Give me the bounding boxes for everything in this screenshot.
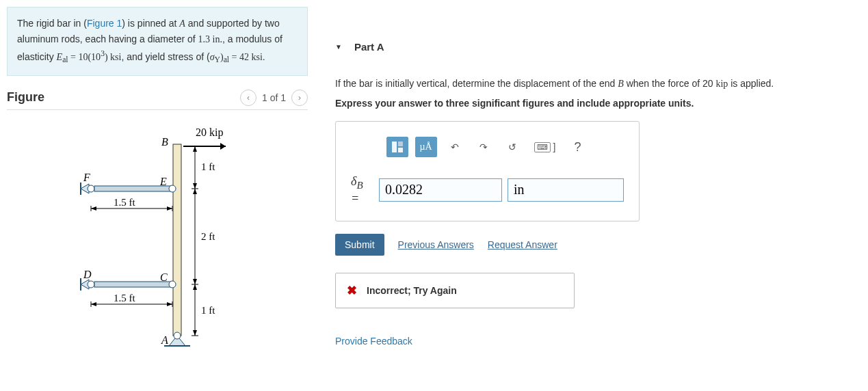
redo-icon[interactable]: ↷ <box>473 137 495 157</box>
svg-marker-25 <box>193 279 197 284</box>
Y-subscript: Y <box>215 55 220 64</box>
answer-symbol: δB = <box>351 174 373 206</box>
text: The rigid bar in ( <box>17 18 87 29</box>
undo-icon[interactable]: ↶ <box>444 137 466 157</box>
svg-marker-23 <box>193 183 197 189</box>
submit-button[interactable]: Submit <box>335 234 384 256</box>
pager-text: 1 of 1 <box>262 92 286 103</box>
svg-marker-37 <box>167 302 172 306</box>
caret-down-icon: ▼ <box>335 43 342 51</box>
reset-icon[interactable]: ↺ <box>501 137 523 157</box>
svg-point-7 <box>88 281 94 288</box>
label-C: C <box>160 271 168 283</box>
svg-rect-39 <box>398 141 403 146</box>
figure-diagram: 20 kip B F E D C A 1 ft 2 ft 1 ft 1.5 ft… <box>7 110 308 349</box>
svg-marker-27 <box>193 330 197 336</box>
label-E: E <box>159 176 167 187</box>
keyboard-icon[interactable]: ⌨ ] <box>530 137 560 157</box>
answer-unit-input[interactable] <box>508 178 624 202</box>
label-1ft-top: 1 ft <box>201 161 215 172</box>
pager-prev-button[interactable]: ‹ <box>240 90 257 106</box>
label-1ft-bot: 1 ft <box>201 305 215 316</box>
al-subscript: al <box>224 55 229 64</box>
part-header[interactable]: ▼ Part A <box>335 41 861 53</box>
figure-link[interactable]: Figure 1 <box>87 18 122 29</box>
label-A: A <box>161 334 168 346</box>
previous-answers-link[interactable]: Previous Answers <box>398 239 474 250</box>
svg-rect-0 <box>173 144 181 336</box>
svg-rect-40 <box>398 148 403 152</box>
svg-marker-36 <box>91 302 96 306</box>
format-toolbar: µÅ ↶ ↷ ↺ ⌨ ] ? <box>351 137 624 157</box>
label-F: F <box>83 172 90 183</box>
label-B: B <box>161 136 168 148</box>
svg-point-14 <box>174 332 181 339</box>
question-text: If the bar is initially vertical, determ… <box>335 77 861 91</box>
answer-box: µÅ ↶ ↷ ↺ ⌨ ] ? δB = <box>335 121 640 221</box>
problem-statement: The rigid bar in (Figure 1) is pinned at… <box>7 7 308 76</box>
svg-marker-26 <box>193 284 197 290</box>
svg-point-9 <box>169 185 176 192</box>
figure-pager: ‹ 1 of 1 › <box>240 90 308 106</box>
answer-value-input[interactable] <box>379 178 502 202</box>
feedback-text: Incorrect; Try Again <box>367 285 457 296</box>
feedback-panel: ✖ Incorrect; Try Again <box>335 273 575 308</box>
svg-point-4 <box>88 185 94 192</box>
label-load: 20 kip <box>196 126 223 139</box>
pager-next-button[interactable]: › <box>291 90 308 106</box>
help-button[interactable]: ? <box>566 137 588 157</box>
svg-marker-32 <box>167 206 172 211</box>
text: , and yield stress of ( <box>121 51 209 62</box>
var-A: A <box>179 18 185 29</box>
E-symbol: E <box>57 51 63 62</box>
text: ) ksi <box>105 51 122 62</box>
svg-marker-16 <box>220 143 226 150</box>
svg-point-11 <box>169 281 176 288</box>
text: = 42 ksi <box>229 51 263 62</box>
svg-marker-24 <box>193 189 197 194</box>
diameter-value: 1.3 in. <box>198 34 222 44</box>
svg-rect-38 <box>392 141 397 152</box>
request-answer-link[interactable]: Request Answer <box>488 239 557 250</box>
label-D: D <box>83 269 92 280</box>
part-title: Part A <box>354 41 384 53</box>
sigma-symbol: σ <box>210 51 215 62</box>
instructions: Express your answer to three significant… <box>335 98 861 109</box>
provide-feedback-link[interactable]: Provide Feedback <box>335 336 861 347</box>
text: . <box>263 51 265 62</box>
figure-title: Figure <box>7 90 44 105</box>
label-1.5ft-bot: 1.5 ft <box>114 293 135 304</box>
label-2ft: 2 ft <box>201 231 215 242</box>
incorrect-icon: ✖ <box>347 283 357 298</box>
label-1.5ft-top: 1.5 ft <box>114 197 135 208</box>
text: ) is pinned at <box>122 18 179 29</box>
svg-marker-22 <box>193 146 197 152</box>
templates-icon[interactable] <box>386 137 408 157</box>
units-button[interactable]: µÅ <box>415 137 437 157</box>
E-subscript: al <box>62 55 68 64</box>
text: = 10(10 <box>68 51 101 62</box>
svg-marker-31 <box>91 206 96 211</box>
